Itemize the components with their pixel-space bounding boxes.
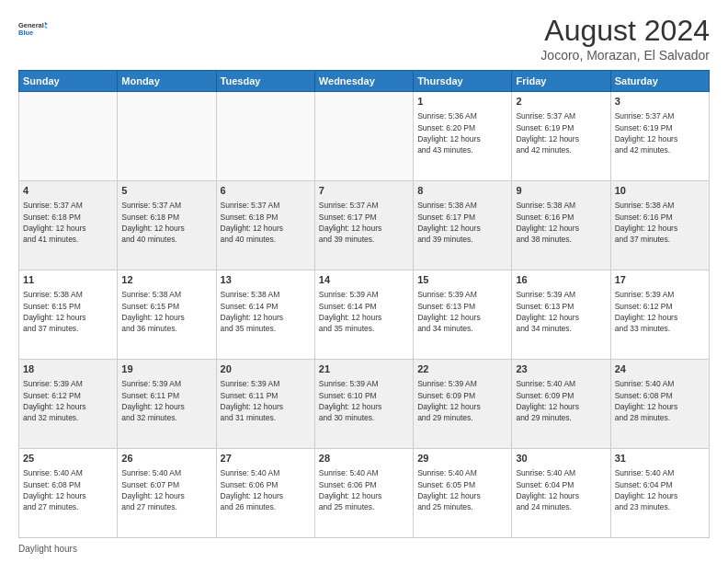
col-friday: Friday [512,71,610,92]
col-sunday: Sunday [19,71,118,92]
day-info: Sunrise: 5:40 AM Sunset: 6:06 PM Dayligh… [319,467,409,512]
day-info: Sunrise: 5:39 AM Sunset: 6:09 PM Dayligh… [417,378,507,423]
day-number: 23 [516,362,606,376]
day-info: Sunrise: 5:39 AM Sunset: 6:10 PM Dayligh… [319,378,409,423]
day-info: Sunrise: 5:40 AM Sunset: 6:04 PM Dayligh… [615,467,705,512]
table-row: 8Sunrise: 5:38 AM Sunset: 6:17 PM Daylig… [414,181,512,270]
day-info: Sunrise: 5:39 AM Sunset: 6:12 PM Dayligh… [615,289,705,334]
day-info: Sunrise: 5:39 AM Sunset: 6:11 PM Dayligh… [221,378,311,423]
day-number: 11 [23,273,113,287]
day-number: 1 [417,95,507,109]
table-row: 25Sunrise: 5:40 AM Sunset: 6:08 PM Dayli… [19,449,118,538]
subtitle: Jocoro, Morazan, El Salvador [540,48,710,63]
col-tuesday: Tuesday [216,71,314,92]
table-row: 17Sunrise: 5:39 AM Sunset: 6:12 PM Dayli… [610,270,709,360]
week-row-2: 4Sunrise: 5:37 AM Sunset: 6:18 PM Daylig… [19,181,710,270]
table-row: 30Sunrise: 5:40 AM Sunset: 6:04 PM Dayli… [512,449,610,538]
table-row: 1Sunrise: 5:36 AM Sunset: 6:20 PM Daylig… [414,92,512,181]
col-monday: Monday [118,71,216,92]
day-number: 22 [417,362,507,376]
table-row: 15Sunrise: 5:39 AM Sunset: 6:13 PM Dayli… [414,270,512,360]
day-info: Sunrise: 5:40 AM Sunset: 6:07 PM Dayligh… [121,467,211,512]
day-info: Sunrise: 5:38 AM Sunset: 6:14 PM Dayligh… [221,289,311,334]
table-row: 13Sunrise: 5:38 AM Sunset: 6:14 PM Dayli… [216,270,314,360]
col-thursday: Thursday [414,71,512,92]
day-number: 2 [516,95,606,109]
col-wednesday: Wednesday [314,71,413,92]
table-row: 23Sunrise: 5:40 AM Sunset: 6:09 PM Dayli… [512,360,610,449]
day-info: Sunrise: 5:36 AM Sunset: 6:20 PM Dayligh… [417,110,507,155]
table-row: 19Sunrise: 5:39 AM Sunset: 6:11 PM Dayli… [118,360,216,449]
day-number: 18 [23,362,113,376]
day-number: 28 [319,452,409,465]
day-info: Sunrise: 5:38 AM Sunset: 6:16 PM Dayligh… [615,200,705,245]
calendar-table: Sunday Monday Tuesday Wednesday Thursday… [18,70,710,538]
day-number: 15 [417,273,507,287]
day-number: 13 [221,273,311,287]
table-row: 2Sunrise: 5:37 AM Sunset: 6:19 PM Daylig… [512,92,610,181]
day-number: 16 [516,273,606,287]
day-info: Sunrise: 5:40 AM Sunset: 6:09 PM Dayligh… [516,378,606,423]
day-info: Sunrise: 5:39 AM Sunset: 6:14 PM Dayligh… [319,289,409,334]
day-number: 10 [615,184,705,198]
header: General Blue August 2024 Jocoro, Morazan… [18,14,710,63]
day-info: Sunrise: 5:37 AM Sunset: 6:18 PM Dayligh… [121,200,211,245]
day-number: 6 [221,184,311,198]
footer-label: Daylight hours [18,544,77,554]
table-row: 16Sunrise: 5:39 AM Sunset: 6:13 PM Dayli… [512,270,610,360]
table-row [216,92,314,181]
day-number: 19 [121,362,211,376]
main-title: August 2024 [540,14,710,48]
table-row: 28Sunrise: 5:40 AM Sunset: 6:06 PM Dayli… [314,449,413,538]
col-saturday: Saturday [610,71,709,92]
week-row-4: 18Sunrise: 5:39 AM Sunset: 6:12 PM Dayli… [19,360,710,449]
logo-svg: General Blue [18,14,48,43]
day-number: 29 [417,452,507,465]
day-number: 30 [516,452,606,465]
table-row [19,92,118,181]
table-row [118,92,216,181]
table-row: 29Sunrise: 5:40 AM Sunset: 6:05 PM Dayli… [414,449,512,538]
day-info: Sunrise: 5:39 AM Sunset: 6:11 PM Dayligh… [121,378,211,423]
day-info: Sunrise: 5:37 AM Sunset: 6:18 PM Dayligh… [221,200,311,245]
day-info: Sunrise: 5:38 AM Sunset: 6:17 PM Dayligh… [417,200,507,245]
logo: General Blue [18,14,48,43]
table-row: 5Sunrise: 5:37 AM Sunset: 6:18 PM Daylig… [118,181,216,270]
table-row: 9Sunrise: 5:38 AM Sunset: 6:16 PM Daylig… [512,181,610,270]
day-info: Sunrise: 5:37 AM Sunset: 6:17 PM Dayligh… [319,200,409,245]
table-row: 31Sunrise: 5:40 AM Sunset: 6:04 PM Dayli… [610,449,709,538]
day-number: 27 [221,452,311,465]
svg-marker-3 [45,25,48,28]
footer: Daylight hours [18,544,710,554]
week-row-5: 25Sunrise: 5:40 AM Sunset: 6:08 PM Dayli… [19,449,710,538]
table-row: 12Sunrise: 5:38 AM Sunset: 6:15 PM Dayli… [118,270,216,360]
table-row: 21Sunrise: 5:39 AM Sunset: 6:10 PM Dayli… [314,360,413,449]
day-info: Sunrise: 5:40 AM Sunset: 6:05 PM Dayligh… [417,467,507,512]
day-info: Sunrise: 5:37 AM Sunset: 6:18 PM Dayligh… [23,200,113,245]
day-info: Sunrise: 5:38 AM Sunset: 6:16 PM Dayligh… [516,200,606,245]
day-info: Sunrise: 5:40 AM Sunset: 6:08 PM Dayligh… [615,378,705,423]
day-number: 24 [615,362,705,376]
day-info: Sunrise: 5:37 AM Sunset: 6:19 PM Dayligh… [516,110,606,155]
table-row: 3Sunrise: 5:37 AM Sunset: 6:19 PM Daylig… [610,92,709,181]
svg-text:Blue: Blue [18,29,33,37]
table-row: 18Sunrise: 5:39 AM Sunset: 6:12 PM Dayli… [19,360,118,449]
day-number: 31 [615,452,705,465]
day-info: Sunrise: 5:38 AM Sunset: 6:15 PM Dayligh… [23,289,113,334]
day-info: Sunrise: 5:40 AM Sunset: 6:06 PM Dayligh… [221,467,311,512]
table-row: 4Sunrise: 5:37 AM Sunset: 6:18 PM Daylig… [19,181,118,270]
week-row-3: 11Sunrise: 5:38 AM Sunset: 6:15 PM Dayli… [19,270,710,360]
table-row: 7Sunrise: 5:37 AM Sunset: 6:17 PM Daylig… [314,181,413,270]
day-info: Sunrise: 5:40 AM Sunset: 6:08 PM Dayligh… [23,467,113,512]
table-row [314,92,413,181]
day-number: 3 [615,95,705,109]
table-row: 22Sunrise: 5:39 AM Sunset: 6:09 PM Dayli… [414,360,512,449]
day-info: Sunrise: 5:39 AM Sunset: 6:13 PM Dayligh… [516,289,606,334]
day-number: 9 [516,184,606,198]
day-info: Sunrise: 5:38 AM Sunset: 6:15 PM Dayligh… [121,289,211,334]
table-row: 27Sunrise: 5:40 AM Sunset: 6:06 PM Dayli… [216,449,314,538]
day-number: 14 [319,273,409,287]
day-info: Sunrise: 5:37 AM Sunset: 6:19 PM Dayligh… [615,110,705,155]
day-number: 12 [121,273,211,287]
table-row: 10Sunrise: 5:38 AM Sunset: 6:16 PM Dayli… [610,181,709,270]
